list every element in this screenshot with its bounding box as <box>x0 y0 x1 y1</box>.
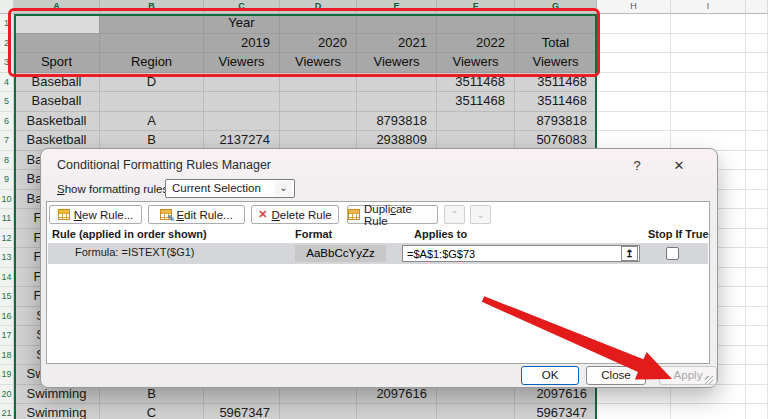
cell-I21[interactable] <box>671 404 746 419</box>
cell-D5[interactable] <box>280 92 357 112</box>
move-rule-up-button[interactable]: ⌃ <box>444 205 465 224</box>
row-header-21[interactable]: 21 <box>0 404 14 419</box>
cell-A5[interactable]: Baseball <box>14 92 100 112</box>
cell-F6[interactable] <box>437 112 515 132</box>
column-header-F[interactable]: F <box>437 0 515 14</box>
cell-E6[interactable]: 8793818 <box>357 112 437 132</box>
help-icon[interactable]: ? <box>625 156 649 176</box>
cell-D3[interactable]: Viewers <box>280 53 357 73</box>
cell-E4[interactable] <box>357 73 437 93</box>
cell-J12[interactable] <box>746 229 768 249</box>
cell-J20[interactable] <box>746 385 768 405</box>
duplicate-rule-button[interactable]: Duplicate Rule <box>347 205 438 224</box>
cell-F3[interactable]: Viewers <box>437 53 515 73</box>
cell-C5[interactable] <box>204 92 280 112</box>
cell-C1[interactable]: Year <box>204 14 280 34</box>
cell-D21[interactable] <box>280 404 357 419</box>
cell-C21[interactable]: 5967347 <box>204 404 280 419</box>
row-header-14[interactable]: 14 <box>0 268 14 288</box>
cell-D1[interactable] <box>280 14 357 34</box>
cell-G6[interactable]: 8793818 <box>515 112 597 132</box>
applies-to-input[interactable] <box>402 245 640 262</box>
cell-J14[interactable] <box>746 268 768 288</box>
new-rule-button[interactable]: New Rule... <box>49 205 142 224</box>
cell-C3[interactable]: Viewers <box>204 53 280 73</box>
cell-D2[interactable]: 2020 <box>280 34 357 54</box>
row-header-7[interactable]: 7 <box>0 131 14 151</box>
cell-J7[interactable] <box>746 131 768 151</box>
cell-J10[interactable] <box>746 190 768 210</box>
cell-A4[interactable]: Baseball <box>14 73 100 93</box>
cell-I5[interactable] <box>671 92 746 112</box>
cell-J4[interactable] <box>746 73 768 93</box>
cell-H3[interactable] <box>597 53 671 73</box>
row-header-19[interactable]: 19 <box>0 365 14 385</box>
cell-B1[interactable] <box>100 14 204 34</box>
row-header-4[interactable]: 4 <box>0 73 14 93</box>
cell-G21[interactable]: 5967347 <box>515 404 597 419</box>
cell-A6[interactable]: Basketball <box>14 112 100 132</box>
cell-G4[interactable]: 3511468 <box>515 73 597 93</box>
cell-C6[interactable] <box>204 112 280 132</box>
row-header-2[interactable]: 2 <box>0 34 14 54</box>
cell-E2[interactable]: 2021 <box>357 34 437 54</box>
cell-J18[interactable] <box>746 346 768 366</box>
row-header-10[interactable]: 10 <box>0 190 14 210</box>
cell-I1[interactable] <box>671 14 746 34</box>
cell-F1[interactable] <box>437 14 515 34</box>
row-header-5[interactable]: 5 <box>0 92 14 112</box>
delete-rule-button[interactable]: ✕ Delete Rule <box>251 205 339 224</box>
column-header-I[interactable]: I <box>671 0 746 14</box>
row-header-12[interactable]: 12 <box>0 229 14 249</box>
cell-F4[interactable]: 3511468 <box>437 73 515 93</box>
row-header-13[interactable]: 13 <box>0 248 14 268</box>
cell-H4[interactable] <box>597 73 671 93</box>
cell-J17[interactable] <box>746 326 768 346</box>
cell-A2[interactable] <box>14 34 100 54</box>
row-header-11[interactable]: 11 <box>0 209 14 229</box>
cell-D6[interactable] <box>280 112 357 132</box>
row-header-6[interactable]: 6 <box>0 112 14 132</box>
cell-A21[interactable]: Swimming <box>14 404 100 419</box>
cell-H21[interactable] <box>597 404 671 419</box>
cell-G3[interactable]: Viewers <box>515 53 597 73</box>
cell-E3[interactable]: Viewers <box>357 53 437 73</box>
cell-H5[interactable] <box>597 92 671 112</box>
cell-G5[interactable]: 3511468 <box>515 92 597 112</box>
column-header-H[interactable]: H <box>597 0 671 14</box>
column-header-B[interactable]: B <box>100 0 204 14</box>
cell-H2[interactable] <box>597 34 671 54</box>
row-header-16[interactable]: 16 <box>0 307 14 327</box>
column-header-E[interactable]: E <box>357 0 437 14</box>
cell-E5[interactable] <box>357 92 437 112</box>
column-header-G[interactable]: G <box>515 0 597 14</box>
cell-J19[interactable] <box>746 365 768 385</box>
cell-J13[interactable] <box>746 248 768 268</box>
cell-F5[interactable]: 3511468 <box>437 92 515 112</box>
row-header-17[interactable]: 17 <box>0 326 14 346</box>
cell-J5[interactable] <box>746 92 768 112</box>
column-header-J[interactable] <box>746 0 768 14</box>
collapse-dialog-range-icon[interactable]: ↥ <box>621 246 638 261</box>
cell-B3[interactable]: Region <box>100 53 204 73</box>
cell-J16[interactable] <box>746 307 768 327</box>
cell-B2[interactable] <box>100 34 204 54</box>
cell-J1[interactable] <box>746 14 768 34</box>
cell-B6[interactable]: A <box>100 112 204 132</box>
cell-I4[interactable] <box>671 73 746 93</box>
cell-G2[interactable]: Total <box>515 34 597 54</box>
column-header-A[interactable]: A <box>14 0 100 14</box>
cell-E21[interactable] <box>357 404 437 419</box>
cell-J21[interactable] <box>746 404 768 419</box>
row-header-20[interactable]: 20 <box>0 385 14 405</box>
cell-H1[interactable] <box>597 14 671 34</box>
column-header-D[interactable]: D <box>280 0 357 14</box>
cell-F21[interactable] <box>437 404 515 419</box>
cell-J8[interactable] <box>746 151 768 171</box>
cell-F2[interactable]: 2022 <box>437 34 515 54</box>
cell-J2[interactable] <box>746 34 768 54</box>
close-button[interactable]: Close <box>586 366 646 385</box>
row-header-9[interactable]: 9 <box>0 170 14 190</box>
stop-if-true-checkbox[interactable] <box>666 247 679 260</box>
move-rule-down-button[interactable]: ⌄ <box>470 205 491 224</box>
